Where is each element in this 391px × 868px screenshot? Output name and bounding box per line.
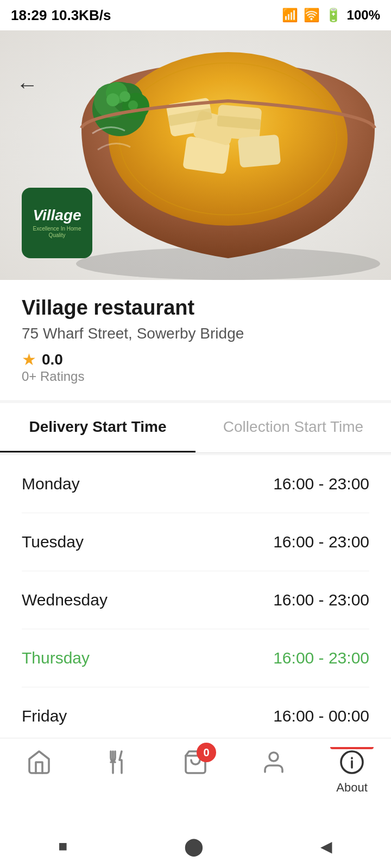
table-row: Tuesday 16:00 - 23:00	[22, 513, 369, 571]
tab-collection[interactable]: Collection Start Time	[195, 403, 391, 452]
restaurant-logo: Village Excellence In Home Quality	[22, 188, 92, 258]
time-monday: 16:00 - 23:00	[273, 475, 369, 493]
day-friday: Friday	[22, 707, 67, 725]
nav-item-cart[interactable]: 0	[168, 747, 223, 777]
time-thursday: 16:00 - 23:00	[273, 649, 369, 667]
about-label: About	[336, 781, 368, 795]
speed: 10.3KB/s	[52, 7, 111, 24]
svg-point-21	[269, 752, 278, 761]
info-icon	[337, 747, 367, 777]
table-row: Monday 16:00 - 23:00	[22, 455, 369, 513]
back-arrow-icon: ←	[16, 73, 38, 97]
nav-item-about[interactable]: About	[325, 747, 379, 795]
cart-icon: 0	[180, 747, 211, 777]
star-icon: ★	[22, 350, 36, 369]
home-button[interactable]: ⬤	[184, 836, 204, 857]
cart-badge: 0	[197, 743, 216, 762]
tab-delivery[interactable]: Delivery Start Time	[0, 403, 195, 452]
svg-point-18	[128, 100, 138, 110]
time-tuesday: 16:00 - 23:00	[273, 533, 369, 551]
restaurant-rating: ★ 0.0	[22, 350, 369, 369]
logo-village-text: Village	[33, 207, 81, 224]
battery-icon: 🔋	[325, 8, 342, 23]
nav-item-menu[interactable]	[90, 747, 144, 777]
svg-point-16	[106, 93, 119, 106]
system-nav: ■ ⬤ ◀	[0, 825, 391, 868]
status-right: 📶 🛜 🔋 100%	[282, 8, 380, 23]
signal-icon: 📶	[282, 8, 298, 23]
nav-item-profile[interactable]	[247, 747, 301, 777]
svg-point-17	[119, 91, 130, 102]
svg-rect-7	[238, 135, 281, 168]
status-bar: 18:29 10.3KB/s 📶 🛜 🔋 100%	[0, 0, 391, 30]
stop-button[interactable]: ■	[59, 838, 68, 855]
nav-item-home[interactable]	[12, 747, 66, 777]
day-monday: Monday	[22, 475, 80, 493]
back-button[interactable]: ←	[11, 68, 43, 101]
home-icon	[24, 747, 54, 777]
hero-image-container: ← Village Excellence In Home Quality	[0, 30, 391, 280]
time-wednesday: 16:00 - 23:00	[273, 591, 369, 609]
bottom-nav: 0 About	[0, 738, 391, 825]
restaurant-address: 75 Wharf Street, Sowerby Bridge	[22, 325, 369, 342]
ratings-count: 0+ Ratings	[22, 369, 369, 384]
restaurant-info-card: Village restaurant 75 Wharf Street, Sowe…	[0, 280, 391, 401]
wifi-icon: 🛜	[304, 8, 320, 23]
profile-icon	[258, 747, 289, 777]
table-row: Thursday 16:00 - 23:00	[22, 629, 369, 687]
day-thursday: Thursday	[22, 649, 90, 667]
cutlery-icon	[102, 747, 133, 777]
rating-number: 0.0	[42, 351, 63, 368]
logo-sub-text: Excellence In Home Quality	[27, 226, 87, 239]
time: 18:29	[11, 7, 47, 24]
day-wednesday: Wednesday	[22, 591, 108, 609]
battery-percent: 100%	[347, 8, 380, 23]
table-row: Wednesday 16:00 - 23:00	[22, 571, 369, 629]
time-friday: 16:00 - 00:00	[273, 707, 369, 725]
table-row: Friday 16:00 - 00:00	[22, 687, 369, 745]
tabs-container: Delivery Start Time Collection Start Tim…	[0, 403, 391, 453]
back-nav-button[interactable]: ◀	[320, 838, 332, 856]
day-tuesday: Tuesday	[22, 533, 84, 551]
status-left: 18:29 10.3KB/s	[11, 7, 111, 24]
restaurant-name: Village restaurant	[22, 296, 369, 320]
